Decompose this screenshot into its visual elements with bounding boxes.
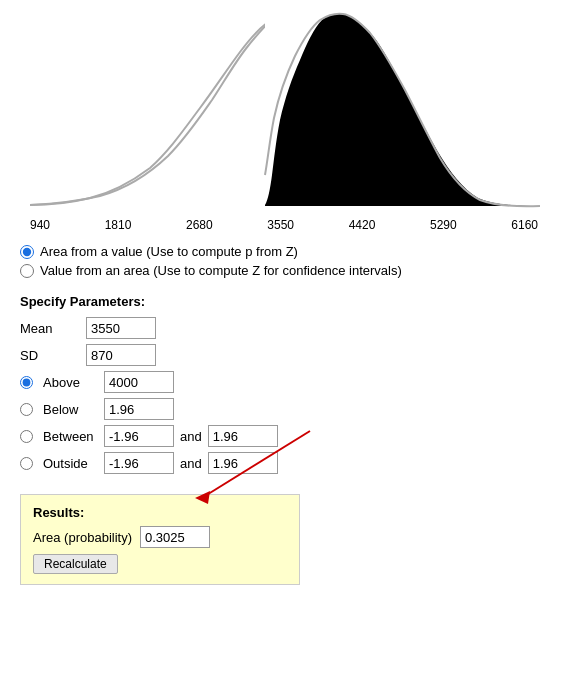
- params-heading: Specify Parameters:: [20, 294, 548, 309]
- below-label[interactable]: Below: [43, 402, 98, 417]
- mean-row: Mean: [20, 317, 548, 339]
- x-label-3: 3550: [267, 218, 294, 232]
- x-axis-labels: 940 1810 2680 3550 4420 5290 6160: [20, 218, 548, 232]
- above-label[interactable]: Above: [43, 375, 98, 390]
- outside-and-text: and: [180, 456, 202, 471]
- recalculate-button[interactable]: Recalculate: [33, 554, 118, 574]
- outside-label[interactable]: Outside: [43, 456, 98, 471]
- above-input[interactable]: [104, 371, 174, 393]
- below-row: Below: [20, 398, 548, 420]
- mean-input[interactable]: [86, 317, 156, 339]
- radio-value-from-area[interactable]: Value from an area (Use to compute Z for…: [20, 263, 548, 278]
- between-row: Between and: [20, 425, 548, 447]
- bell-curve-chart: [20, 10, 548, 210]
- outside-input2[interactable]: [208, 452, 278, 474]
- sd-input[interactable]: [86, 344, 156, 366]
- x-label-2: 2680: [186, 218, 213, 232]
- outside-row: Outside and: [20, 452, 548, 474]
- radio-value-from-area-label[interactable]: Value from an area (Use to compute Z for…: [40, 263, 402, 278]
- between-and-text: and: [180, 429, 202, 444]
- x-label-4: 4420: [349, 218, 376, 232]
- x-label-0: 940: [30, 218, 50, 232]
- area-row: Area (probability): [33, 526, 287, 548]
- above-radio[interactable]: [20, 376, 33, 389]
- x-label-6: 6160: [511, 218, 538, 232]
- radio-area-from-value[interactable]: Area from a value (Use to compute p from…: [20, 244, 548, 259]
- above-row: Above: [20, 371, 548, 393]
- radio-area-from-value-label[interactable]: Area from a value (Use to compute p from…: [40, 244, 298, 259]
- between-radio[interactable]: [20, 430, 33, 443]
- between-input2[interactable]: [208, 425, 278, 447]
- between-input1[interactable]: [104, 425, 174, 447]
- calculation-mode-group: Area from a value (Use to compute p from…: [20, 244, 548, 278]
- radio-area-from-value-input[interactable]: [20, 245, 34, 259]
- sd-label: SD: [20, 348, 80, 363]
- sd-row: SD: [20, 344, 548, 366]
- svg-rect-1: [20, 10, 265, 210]
- results-heading: Results:: [33, 505, 287, 520]
- area-value-input[interactable]: [140, 526, 210, 548]
- below-radio[interactable]: [20, 403, 33, 416]
- results-section: Results: Area (probability) Recalculate: [20, 494, 300, 585]
- radio-value-from-area-input[interactable]: [20, 264, 34, 278]
- results-wrapper: Results: Area (probability) Recalculate: [20, 486, 548, 585]
- params-section: Specify Parameters: Mean SD Above Below …: [20, 294, 548, 474]
- between-label[interactable]: Between: [43, 429, 98, 444]
- outside-input1[interactable]: [104, 452, 174, 474]
- outside-radio[interactable]: [20, 457, 33, 470]
- area-label: Area (probability): [33, 530, 132, 545]
- x-label-1: 1810: [105, 218, 132, 232]
- below-input[interactable]: [104, 398, 174, 420]
- x-label-5: 5290: [430, 218, 457, 232]
- mean-label: Mean: [20, 321, 80, 336]
